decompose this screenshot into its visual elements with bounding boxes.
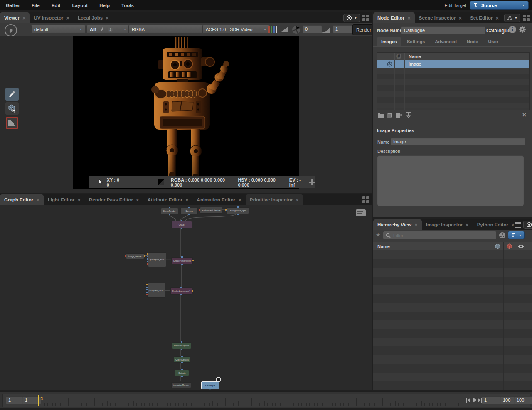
tab-list-icon[interactable] <box>515 222 521 228</box>
close-icon[interactable]: × <box>511 222 515 228</box>
tab-set-editor[interactable]: Set Editor × <box>466 12 503 23</box>
filter-field[interactable] <box>383 231 496 239</box>
export-image-icon[interactable] <box>396 112 403 118</box>
close-icon[interactable]: × <box>496 15 499 21</box>
tab-render-pass-editor[interactable]: Render Pass Editor × <box>85 194 143 205</box>
close-icon[interactable]: × <box>77 197 81 203</box>
viewer-target-dropdown[interactable]: ▼ <box>343 14 360 22</box>
tab-images[interactable]: Images <box>377 37 401 46</box>
remove-image-icon[interactable]: × <box>522 111 526 119</box>
graph-node-camera[interactable]: Camera <box>180 208 198 214</box>
go-to-start-icon[interactable] <box>466 398 471 403</box>
layout-grid-icon[interactable] <box>362 196 369 203</box>
display-transform-menu[interactable]: ACES 1.0 - SDR Video ▼ <box>202 25 270 34</box>
close-icon[interactable]: × <box>22 15 26 21</box>
tab-settings[interactable]: Settings <box>402 37 429 46</box>
gamma-input[interactable] <box>333 25 354 33</box>
playhead[interactable] <box>38 395 39 406</box>
menu-tools[interactable]: Tools <box>116 3 140 8</box>
graph-node-shader-assignment1[interactable]: ShaderAssignment1 <box>170 287 192 295</box>
editor-follow-dropdown[interactable]: ▼ <box>504 14 520 22</box>
wipe-tool-icon[interactable] <box>100 27 104 32</box>
annotation-icon[interactable] <box>356 209 366 216</box>
graph-canvas[interactable]: SceneReader Camera environment_texture b… <box>0 205 372 390</box>
edit-target-source-dropdown[interactable]: Source ▼ <box>470 1 529 10</box>
hierarchy-target-dropdown[interactable]: ▼ <box>523 221 532 229</box>
graph-node-group[interactable]: Group <box>171 221 192 228</box>
menu-layout[interactable]: Layout <box>66 3 94 8</box>
graph-node-shader-assignment[interactable]: ShaderAssignment <box>171 257 193 264</box>
tab-local-jobs[interactable]: Local Jobs × <box>74 12 113 23</box>
tab-primitive-inspector[interactable]: Primitive Inspector × <box>246 194 303 205</box>
close-icon[interactable]: × <box>466 222 469 228</box>
info-icon[interactable]: i <box>509 26 516 33</box>
hierarchy-rows[interactable] <box>373 250 532 390</box>
viewer-canvas[interactable]: XY : 0 0 RGBA : 0.000 0.000 0.000 0.000 … <box>0 36 372 193</box>
graph-node-principled-bsdf1[interactable]: principled_bsdf1 <box>147 283 165 298</box>
gamma-icon[interactable] <box>320 26 331 33</box>
frame-ruler[interactable] <box>42 395 463 406</box>
filter-input[interactable] <box>393 233 476 238</box>
close-icon[interactable]: × <box>36 197 39 203</box>
channels-menu[interactable]: RGBA ▼ <box>128 25 207 34</box>
tab-user[interactable]: User <box>483 37 502 46</box>
layout-grid-icon[interactable] <box>523 15 530 21</box>
close-icon[interactable]: × <box>407 15 411 21</box>
close-icon[interactable]: × <box>136 197 139 203</box>
graph-node-environment-texture[interactable]: environment_texture <box>200 207 222 214</box>
tab-node-editor[interactable]: Node Editor × <box>373 12 415 23</box>
pan-hand-icon[interactable] <box>5 24 17 37</box>
graph-node-interactive-render[interactable]: InteractiveRender <box>171 382 191 388</box>
exposure-input[interactable] <box>303 25 322 33</box>
name-column-header[interactable]: Name <box>377 244 390 249</box>
graph-node-standard-options[interactable]: StandardOptions <box>172 342 191 349</box>
bookmark-star-icon[interactable]: ★ <box>376 232 381 238</box>
inspect-object-tool[interactable] <box>5 102 19 115</box>
image-row-selected[interactable]: Image <box>377 60 529 68</box>
graph-node-outputs[interactable]: Outputs <box>175 370 189 376</box>
tab-node[interactable]: Node <box>462 37 483 46</box>
menu-file[interactable]: File <box>26 3 46 8</box>
menu-gaffer[interactable]: Gaffer <box>0 3 26 8</box>
tab-python-editor[interactable]: Python Editor × <box>473 219 515 230</box>
close-icon[interactable]: × <box>185 197 189 203</box>
lut-tool[interactable] <box>6 117 18 129</box>
menu-help[interactable]: Help <box>94 3 116 8</box>
graph-node-cycles-options[interactable]: CyclesOptions <box>174 356 190 363</box>
graph-node-image-texture[interactable]: image_texture <box>126 253 144 259</box>
menu-edit[interactable]: Edit <box>46 3 66 8</box>
duplicate-image-icon[interactable] <box>387 112 393 118</box>
tab-hierarchy-view[interactable]: Hierarchy View × <box>373 219 422 230</box>
layout-grid-icon[interactable] <box>362 15 369 21</box>
load-image-icon[interactable] <box>377 112 384 118</box>
add-inspector-icon[interactable] <box>309 179 315 185</box>
graph-node-catalogue[interactable]: Catalogue <box>201 381 219 389</box>
scene-pin-dropdown[interactable]: ▼ <box>508 231 525 239</box>
close-icon[interactable]: × <box>66 15 69 21</box>
visibility-eye-icon[interactable] <box>517 244 525 249</box>
solo-channel-icon[interactable] <box>280 26 289 33</box>
graph-node-scenereader[interactable]: SceneReader <box>161 208 178 214</box>
inclusions-cube-icon[interactable] <box>495 243 501 250</box>
close-icon[interactable]: × <box>459 15 462 21</box>
tab-light-editor[interactable]: Light Editor × <box>44 194 85 205</box>
gear-icon[interactable] <box>518 25 526 33</box>
exposure-icon[interactable] <box>291 25 301 34</box>
tab-animation-editor[interactable]: Animation Editor × <box>193 194 246 205</box>
graph-node-principled-bsdf[interactable]: principled_bsdf <box>148 252 166 267</box>
extract-image-icon[interactable] <box>406 112 411 119</box>
close-icon[interactable]: × <box>296 197 299 203</box>
tab-attribute-editor[interactable]: Attribute Editor × <box>143 194 193 205</box>
filter-options-icon[interactable] <box>499 232 506 239</box>
tab-viewer[interactable]: Viewer × <box>0 12 30 23</box>
graph-node-background-light[interactable]: background_light <box>227 207 249 214</box>
tab-uv-inspector[interactable]: UV Inspector × <box>30 12 74 23</box>
tab-image-inspector[interactable]: Image Inspector × <box>422 219 473 230</box>
close-icon[interactable]: × <box>414 222 418 228</box>
close-icon[interactable]: × <box>238 197 241 203</box>
tab-advanced[interactable]: Advanced <box>430 37 461 46</box>
name-column-header[interactable]: Name <box>409 54 421 59</box>
ab-compare-toggle[interactable]: AB <box>90 27 96 32</box>
channel-bars-icon[interactable] <box>268 26 277 33</box>
render-button[interactable]: Render <box>352 24 372 35</box>
